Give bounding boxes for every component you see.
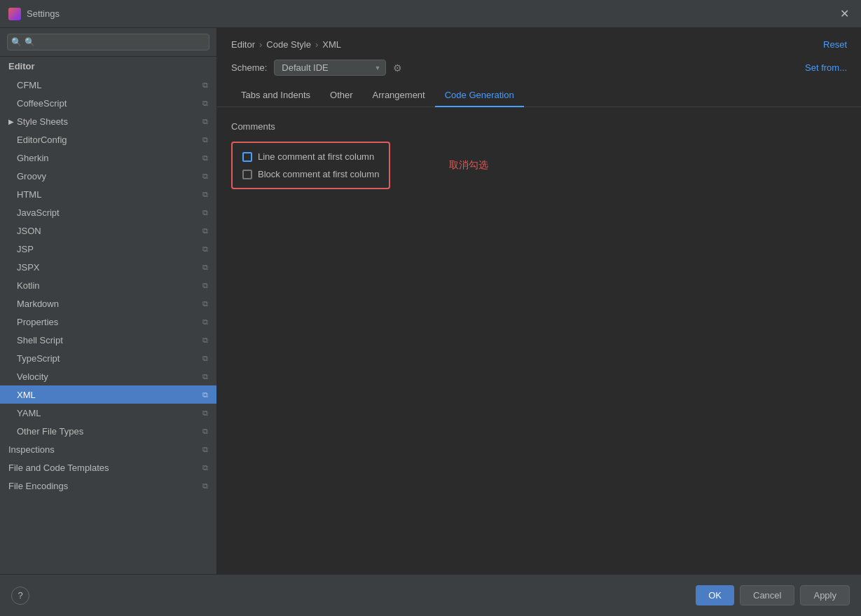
sidebar-item-label: Shell Script xyxy=(17,335,63,345)
breadcrumb-sep-1: › xyxy=(259,39,262,50)
copy-icon: ⧉ xyxy=(202,226,208,235)
copy-icon: ⧉ xyxy=(202,317,208,327)
copy-icon: ⧉ xyxy=(202,336,208,345)
block-comment-row[interactable]: Block comment at first column xyxy=(242,169,379,179)
sidebar-item-otherfiletypes[interactable]: Other File Types ⧉ xyxy=(0,422,216,440)
search-icon: 🔍 xyxy=(11,37,22,47)
sidebar-list: Editor CFML ⧉ CoffeeScript ⧉ ▶ Style She… xyxy=(0,57,216,574)
sidebar-item-kotlin[interactable]: Kotlin ⧉ xyxy=(0,276,216,294)
search-box: 🔍 xyxy=(0,28,216,57)
sidebar-item-label: HTML xyxy=(17,189,41,200)
sidebar-item-javascript[interactable]: JavaScript ⧉ xyxy=(0,203,216,221)
copy-icon: ⧉ xyxy=(202,390,208,399)
sidebar-item-label: Velocity xyxy=(17,371,48,382)
sidebar-item-label: YAML xyxy=(17,408,41,418)
breadcrumb-codestyle: Code Style xyxy=(266,39,311,50)
copy-icon: ⧉ xyxy=(202,208,208,217)
line-comment-row[interactable]: Line comment at first column xyxy=(242,151,379,162)
copy-icon: ⧉ xyxy=(202,409,208,418)
copy-icon: ⧉ xyxy=(202,354,208,363)
sidebar-item-stylesheets[interactable]: ▶ Style Sheets ⧉ xyxy=(0,112,216,130)
sidebar-item-label: JSON xyxy=(17,226,41,236)
cancel-button[interactable]: Cancel xyxy=(740,585,794,605)
sidebar-item-label: File and Code Templates xyxy=(8,463,109,473)
comments-container: Line comment at first column Block comme… xyxy=(231,142,390,189)
breadcrumb-editor: Editor xyxy=(231,39,255,50)
sidebar-item-fileandcodetemplates[interactable]: File and Code Templates ⧉ xyxy=(0,458,216,477)
copy-icon: ⧉ xyxy=(202,99,208,108)
breadcrumb: Editor › Code Style › XML Reset xyxy=(217,28,861,55)
sidebar-item-cfml[interactable]: CFML ⧉ xyxy=(0,76,216,94)
app-icon xyxy=(8,8,21,20)
ok-button[interactable]: OK xyxy=(696,585,734,605)
tabs-row: Tabs and Indents Other Arrangement Code … xyxy=(217,84,861,107)
sidebar-item-properties[interactable]: Properties ⧉ xyxy=(0,313,216,331)
sidebar-item-fileencodings[interactable]: File Encodings ⧉ xyxy=(0,477,216,495)
tab-content: Comments Line comment at first column Bl… xyxy=(217,107,861,574)
sidebar-item-yaml[interactable]: YAML ⧉ xyxy=(0,404,216,422)
copy-icon: ⧉ xyxy=(202,299,208,308)
search-input[interactable] xyxy=(7,34,209,50)
sidebar-item-jsp[interactable]: JSP ⧉ xyxy=(0,240,216,258)
breadcrumb-sep-2: › xyxy=(315,39,318,50)
tab-arrangement[interactable]: Arrangement xyxy=(363,84,435,107)
sidebar-item-label: Gherkin xyxy=(17,153,49,163)
sidebar-item-json[interactable]: JSON ⧉ xyxy=(0,221,216,240)
scheme-select[interactable]: Default IDE xyxy=(274,60,386,76)
tab-code-generation[interactable]: Code Generation xyxy=(435,84,524,107)
block-comment-checkbox[interactable] xyxy=(242,170,252,179)
annotation-text: 取消勾选 xyxy=(449,159,488,172)
copy-icon: ⧉ xyxy=(202,281,208,290)
gear-icon[interactable]: ⚙ xyxy=(393,62,402,74)
sidebar-item-xml[interactable]: XML ⧉ xyxy=(0,385,216,404)
line-comment-checkbox[interactable] xyxy=(242,152,252,162)
sidebar-item-typescript[interactable]: TypeScript ⧉ xyxy=(0,349,216,367)
sidebar-item-coffeescript[interactable]: CoffeeScript ⧉ xyxy=(0,94,216,112)
sidebar-item-label: Markdown xyxy=(17,299,59,309)
copy-icon: ⧉ xyxy=(202,445,208,454)
comments-section: Line comment at first column Block comme… xyxy=(231,142,390,189)
copy-icon: ⧉ xyxy=(202,190,208,199)
sidebar-item-html[interactable]: HTML ⧉ xyxy=(0,185,216,203)
copy-icon: ⧉ xyxy=(202,135,208,144)
sidebar-item-velocity[interactable]: Velocity ⧉ xyxy=(0,367,216,385)
copy-icon: ⧉ xyxy=(202,427,208,436)
breadcrumb-xml: XML xyxy=(322,39,341,50)
sidebar-item-groovy[interactable]: Groovy ⧉ xyxy=(0,167,216,185)
sidebar-item-jspx[interactable]: JSPX ⧉ xyxy=(0,258,216,276)
sidebar-item-label: Style Sheets xyxy=(17,116,68,127)
tab-other[interactable]: Other xyxy=(320,84,363,107)
sidebar-item-label: CoffeeScript xyxy=(17,98,67,109)
sidebar-item-editorconfig[interactable]: EditorConfig ⧉ xyxy=(0,130,216,149)
copy-icon: ⧉ xyxy=(202,463,208,472)
bottom-bar: ? OK Cancel Apply xyxy=(0,574,861,616)
sidebar-item-label: JavaScript xyxy=(17,207,60,218)
sidebar-item-shellscript[interactable]: Shell Script ⧉ xyxy=(0,331,216,349)
sidebar-item-label: TypeScript xyxy=(17,353,60,364)
sidebar: 🔍 Editor CFML ⧉ CoffeeScript ⧉ ▶ Style S… xyxy=(0,28,217,574)
sidebar-item-gherkin[interactable]: Gherkin ⧉ xyxy=(0,149,216,167)
reset-button[interactable]: Reset xyxy=(823,39,847,50)
copy-icon: ⧉ xyxy=(202,81,208,90)
help-button[interactable]: ? xyxy=(11,587,29,605)
apply-button[interactable]: Apply xyxy=(800,585,850,605)
bottom-actions: OK Cancel Apply xyxy=(696,585,850,605)
content-area: Editor › Code Style › XML Reset Scheme: … xyxy=(217,28,861,574)
tab-tabs-and-indents[interactable]: Tabs and Indents xyxy=(231,84,320,107)
scheme-row: Scheme: Default IDE ⚙ Set from... xyxy=(217,55,861,84)
set-from-button[interactable]: Set from... xyxy=(805,62,847,73)
search-wrapper: 🔍 xyxy=(7,34,209,50)
sidebar-item-label: JSP xyxy=(17,244,34,254)
line-comment-label: Line comment at first column xyxy=(258,151,374,162)
main-container: 🔍 Editor CFML ⧉ CoffeeScript ⧉ ▶ Style S… xyxy=(0,28,861,574)
title-bar: Settings ✕ xyxy=(0,0,861,28)
copy-icon: ⧉ xyxy=(202,263,208,272)
copy-icon: ⧉ xyxy=(202,245,208,254)
sidebar-item-label: Other File Types xyxy=(17,426,83,437)
sidebar-item-markdown[interactable]: Markdown ⧉ xyxy=(0,294,216,313)
block-comment-label: Block comment at first column xyxy=(258,169,379,179)
scheme-select-wrapper: Default IDE xyxy=(274,60,386,76)
expand-arrow-icon: ▶ xyxy=(8,118,14,125)
close-button[interactable]: ✕ xyxy=(836,6,853,22)
sidebar-item-inspections[interactable]: Inspections ⧉ xyxy=(0,440,216,458)
